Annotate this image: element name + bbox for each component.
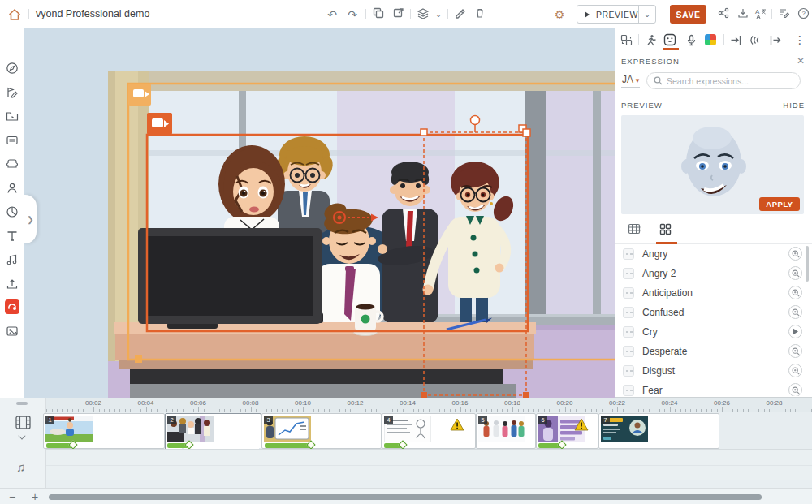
expression-name: Cry xyxy=(642,326,658,338)
record-icon[interactable] xyxy=(5,299,19,314)
expression-preview-button[interactable] xyxy=(788,286,802,299)
exit-effect-icon[interactable] xyxy=(767,32,782,47)
time-label: 00:08 xyxy=(242,399,258,407)
time-label: 00:26 xyxy=(714,399,730,407)
expression-preview-button[interactable] xyxy=(788,325,802,338)
images-icon[interactable] xyxy=(5,324,19,338)
more-icon[interactable]: ⋮ xyxy=(793,32,807,47)
scene-illustration xyxy=(24,28,615,398)
scene-block[interactable]: 3 xyxy=(261,413,382,449)
expression-thumb-icon xyxy=(623,248,634,260)
expression-list-item[interactable]: Angry xyxy=(615,244,812,264)
expression-list-item[interactable]: Fear xyxy=(615,381,812,396)
undo-icon[interactable]: ↶ xyxy=(325,7,339,22)
expression-list-item[interactable]: Anticipation xyxy=(615,283,812,303)
script-icon[interactable] xyxy=(776,7,791,22)
expression-list-item[interactable]: Cry xyxy=(615,322,812,342)
expression-name: Confused xyxy=(642,307,684,318)
expression-list-item[interactable]: Confused xyxy=(615,303,812,322)
discover-icon[interactable] xyxy=(5,61,19,75)
view-tabs xyxy=(615,214,812,244)
expression-icon[interactable] xyxy=(663,32,677,47)
layers-chevron-icon[interactable]: ⌄ xyxy=(431,7,446,22)
time-label: 00:12 xyxy=(347,399,363,407)
divider xyxy=(650,223,650,234)
hide-button[interactable]: HIDE xyxy=(783,101,805,110)
scene-block[interactable]: 1 xyxy=(43,413,165,449)
apply-button[interactable]: APPLY xyxy=(759,197,800,211)
sidebar-expand-handle[interactable]: ❯ xyxy=(24,195,37,243)
expression-preview-button[interactable] xyxy=(788,266,802,280)
layers-icon[interactable] xyxy=(416,7,430,22)
settings-gear-icon[interactable]: ⚙ xyxy=(552,7,567,22)
tab-thumb-view[interactable] xyxy=(658,222,672,236)
time-label: 00:28 xyxy=(766,399,782,407)
scene-block[interactable]: 7 xyxy=(598,413,719,449)
expression-preview-button[interactable] xyxy=(788,247,802,261)
dialog-mic-icon[interactable] xyxy=(684,32,698,47)
share-icon[interactable] xyxy=(716,7,731,22)
save-button[interactable]: SAVE xyxy=(670,5,706,24)
language-dropdown[interactable]: JA ▾ xyxy=(621,74,640,88)
video-track[interactable]: 1 2 3 xyxy=(46,412,812,449)
video-library-icon[interactable] xyxy=(5,109,19,123)
download-icon[interactable] xyxy=(736,7,750,22)
delete-icon[interactable] xyxy=(473,7,487,22)
paste-icon[interactable] xyxy=(391,7,406,22)
enter-effect-icon[interactable] xyxy=(728,32,743,47)
format-paint-icon[interactable] xyxy=(453,7,468,22)
preview-button[interactable]: PREVIEW ⌄ xyxy=(577,5,656,24)
timeline-scrollbar[interactable] xyxy=(49,494,762,500)
scene-block[interactable]: 5 xyxy=(476,413,536,449)
translate-icon[interactable]: A xyxy=(754,7,768,22)
search-icon xyxy=(654,76,663,85)
expression-name: Angry 2 xyxy=(642,268,676,279)
replace-icon[interactable] xyxy=(619,32,633,47)
action-icon[interactable] xyxy=(643,32,658,47)
motion-path-icon[interactable] xyxy=(748,32,762,47)
zoom-out-button[interactable]: − xyxy=(4,489,20,504)
preview-dropdown[interactable]: ⌄ xyxy=(638,6,655,23)
asset-sidebar xyxy=(0,28,24,398)
expression-preview-button[interactable] xyxy=(788,344,802,358)
divider xyxy=(788,34,788,45)
warning-icon[interactable] xyxy=(574,418,589,434)
timeline-drag-handle[interactable] xyxy=(16,402,28,405)
audio-track[interactable] xyxy=(46,449,812,480)
uploads-icon[interactable] xyxy=(5,277,19,291)
stage-canvas[interactable] xyxy=(24,28,615,398)
tab-grid-view[interactable] xyxy=(627,222,641,236)
home-icon[interactable] xyxy=(7,7,22,22)
expression-thumb-icon xyxy=(623,268,634,279)
copy-icon[interactable] xyxy=(371,7,386,22)
timeline-footer: − + xyxy=(0,488,812,504)
timeline-ruler[interactable]: 00:0200:0400:0600:0800:1000:1200:1400:16… xyxy=(46,398,812,412)
charts-icon[interactable] xyxy=(5,205,19,219)
search-input[interactable] xyxy=(667,76,788,86)
expression-preview-button[interactable] xyxy=(788,383,802,396)
scene-block[interactable]: 6 xyxy=(536,413,598,449)
redo-icon[interactable]: ↷ xyxy=(345,7,360,22)
props-icon[interactable] xyxy=(5,157,19,171)
expression-list-item[interactable]: Disgust xyxy=(615,361,812,381)
search-box xyxy=(646,72,801,89)
expression-list-item[interactable]: Angry 2 xyxy=(615,264,812,283)
styles-icon[interactable] xyxy=(5,85,19,100)
property-toolbar: ⋮ xyxy=(615,28,812,50)
characters-icon[interactable] xyxy=(5,181,19,196)
expression-list-item[interactable]: Desperate xyxy=(615,342,812,361)
divider xyxy=(410,9,411,19)
collapse-track-chevron[interactable] xyxy=(19,433,25,439)
top-bar: vyond Professional demo ↶ ↷ ⌄ ⚙ PREVIEW … xyxy=(0,0,812,28)
close-icon[interactable]: ✕ xyxy=(797,55,805,67)
help-icon[interactable]: ? xyxy=(796,7,810,22)
expression-preview-button[interactable] xyxy=(788,305,802,319)
warning-icon[interactable] xyxy=(450,418,464,434)
text-icon[interactable] xyxy=(5,229,19,243)
expression-preview-button[interactable] xyxy=(788,364,802,377)
panel-scrollbar[interactable] xyxy=(806,246,809,282)
zoom-in-button[interactable]: + xyxy=(27,489,43,504)
color-icon[interactable] xyxy=(703,32,718,47)
audio-icon[interactable] xyxy=(5,252,19,267)
scenes-icon[interactable] xyxy=(5,133,19,148)
